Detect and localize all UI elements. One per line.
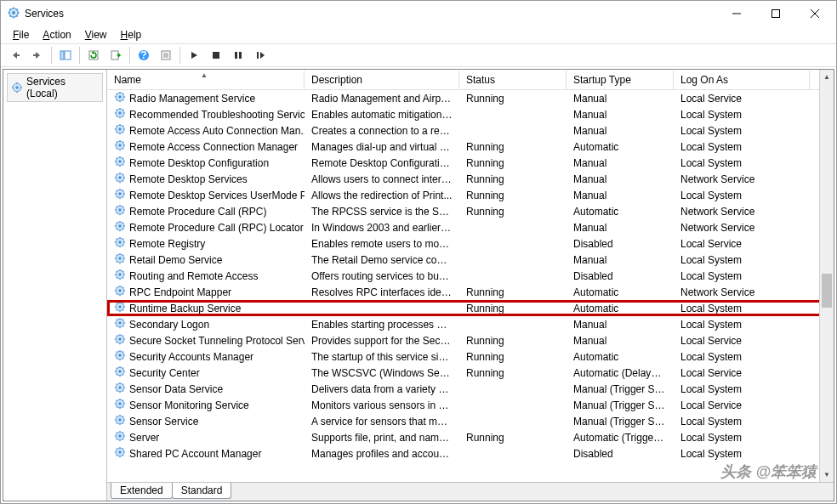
column-header-status[interactable]: Status [459, 71, 567, 89]
service-row[interactable]: Recommended Troubleshooting ServiceEnabl… [107, 106, 834, 122]
service-row[interactable]: Sensor Data ServiceDelivers data from a … [107, 381, 834, 397]
service-startup: Automatic [567, 350, 674, 364]
gear-icon [114, 204, 126, 218]
refresh-button[interactable] [83, 45, 104, 65]
service-description: Manages profiles and account... [305, 447, 459, 461]
menu-file[interactable]: File [6, 27, 36, 42]
service-logon: Local Service [674, 237, 810, 251]
service-row[interactable]: Remote Desktop ConfigurationRemote Deskt… [107, 155, 834, 171]
service-row[interactable]: Secure Socket Tunneling Protocol Serv...… [107, 332, 834, 348]
service-description: Offers routing services to busi... [305, 269, 459, 283]
service-row[interactable]: Secondary LogonEnables starting processe… [107, 316, 834, 332]
tree-node-services-local[interactable]: Services (Local) [7, 73, 103, 102]
service-startup: Automatic (Delayed... [567, 366, 674, 380]
scroll-down-icon[interactable]: ▼ [820, 467, 834, 482]
svg-line-224 [117, 390, 117, 391]
svg-point-87 [118, 176, 122, 179]
service-row[interactable]: Remote Access Connection ManagerManages … [107, 139, 834, 155]
start-service-button[interactable] [184, 45, 204, 65]
service-name: Remote Access Connection Manager [129, 141, 298, 153]
properties-button[interactable] [156, 45, 176, 65]
service-status: Running [459, 92, 567, 105]
svg-line-213 [122, 374, 123, 375]
column-header-logon[interactable]: Log On As [674, 71, 810, 89]
export-list-button[interactable] [105, 45, 126, 65]
menu-action[interactable]: Action [36, 27, 77, 42]
service-logon: Local System [674, 269, 810, 283]
toolbar-separator [79, 47, 80, 64]
help-button[interactable]: ? [134, 45, 154, 65]
svg-line-135 [122, 239, 123, 240]
menu-help[interactable]: Help [114, 27, 149, 42]
forward-button[interactable] [27, 45, 48, 65]
list-pane: Name ▲ Description Status Startup Type L… [107, 70, 834, 501]
service-row[interactable]: Remote Desktop Services UserMode P...All… [107, 187, 834, 203]
close-button[interactable] [795, 1, 834, 26]
maximize-button[interactable] [756, 1, 795, 26]
service-row[interactable]: Remote RegistryEnables remote users to m… [107, 235, 834, 252]
service-name: Secondary Logon [129, 319, 209, 331]
svg-line-132 [117, 239, 117, 240]
toolbar-separator [129, 47, 130, 64]
service-status [459, 259, 567, 261]
service-name: Radio Management Service [129, 93, 255, 105]
column-header-description[interactable]: Description [305, 71, 459, 89]
scroll-up-icon[interactable]: ▲ [820, 70, 834, 84]
service-row[interactable]: Remote Desktop ServicesAllows users to c… [107, 171, 834, 187]
service-description [305, 308, 459, 309]
service-row[interactable]: Remote Procedure Call (RPC) LocatorIn Wi… [107, 219, 834, 235]
service-row[interactable]: ServerSupports file, print, and name...R… [107, 429, 834, 445]
service-row[interactable]: Routing and Remote AccessOffers routing … [107, 268, 834, 284]
service-row[interactable]: Remote Access Auto Connection Man...Crea… [107, 122, 834, 139]
svg-line-212 [117, 368, 117, 369]
service-row[interactable]: Sensor Monitoring ServiceMonitors variou… [107, 397, 834, 413]
service-row[interactable]: Remote Procedure Call (RPC)The RPCSS ser… [107, 203, 834, 219]
svg-line-52 [117, 110, 117, 110]
gear-icon [114, 91, 126, 105]
service-row[interactable]: Radio Management ServiceRadio Management… [107, 90, 834, 106]
column-header-startup[interactable]: Startup Type [567, 71, 674, 89]
service-startup: Manual [567, 334, 674, 348]
service-description: Enables remote users to modif... [305, 237, 459, 251]
vertical-scrollbar[interactable]: ▲ ▼ [819, 70, 834, 482]
service-name: Routing and Remote Access [129, 270, 258, 282]
menu-view[interactable]: View [78, 27, 114, 42]
service-row[interactable]: Sensor ServiceA service for sensors that… [107, 413, 834, 429]
service-row[interactable]: Security CenterThe WSCSVC (Windows Secur… [107, 365, 834, 381]
svg-line-92 [117, 174, 117, 175]
svg-rect-15 [33, 54, 36, 56]
service-logon: Local Service [674, 334, 810, 348]
service-row[interactable]: Shared PC Account ManagerManages profile… [107, 445, 834, 462]
gear-icon [114, 220, 126, 235]
back-button[interactable] [5, 45, 26, 65]
svg-rect-11 [772, 10, 780, 18]
tab-extended[interactable]: Extended [111, 483, 173, 499]
svg-line-145 [122, 255, 123, 256]
svg-line-192 [117, 336, 117, 337]
svg-point-31 [15, 86, 19, 89]
svg-point-127 [118, 241, 122, 244]
tab-standard[interactable]: Standard [172, 483, 232, 499]
restart-service-button[interactable] [250, 45, 270, 65]
service-logon: Local System [674, 382, 810, 396]
svg-line-214 [117, 374, 117, 375]
scroll-thumb[interactable] [822, 274, 832, 308]
stop-service-button[interactable] [206, 45, 226, 65]
minimize-button[interactable] [717, 1, 756, 26]
service-status: Running [459, 366, 567, 380]
svg-line-153 [122, 277, 123, 278]
pause-service-button[interactable] [228, 45, 248, 65]
service-logon: Local System [674, 156, 810, 170]
tree-node-label: Services (Local) [26, 76, 99, 99]
svg-line-42 [117, 93, 117, 94]
svg-rect-28 [239, 52, 242, 59]
service-name: Security Accounts Manager [129, 351, 253, 363]
service-row[interactable]: RPC Endpoint MapperResolves RPC interfac… [107, 284, 834, 300]
service-row[interactable]: Security Accounts ManagerThe startup of … [107, 348, 834, 365]
service-status [459, 227, 567, 229]
service-row[interactable]: Retail Demo ServiceThe Retail Demo servi… [107, 252, 834, 268]
show-hide-tree-button[interactable] [55, 45, 76, 65]
service-startup: Disabled [567, 237, 674, 251]
service-logon: Local System [674, 350, 810, 364]
service-row[interactable]: Runtime Backup ServiceRunningAutomaticLo… [107, 300, 834, 316]
